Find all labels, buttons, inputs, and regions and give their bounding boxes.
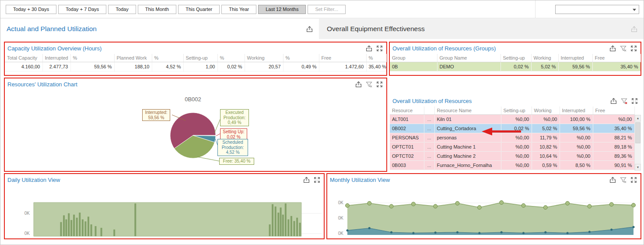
column-header-group[interactable]: Group bbox=[390, 54, 437, 62]
column-header-blank[interactable]: % bbox=[152, 54, 183, 62]
column-header-blank[interactable] bbox=[424, 107, 434, 115]
cell[interactable]: ... bbox=[424, 115, 434, 124]
monthly-working-marker[interactable] bbox=[610, 229, 612, 231]
column-header-setting-up[interactable]: Setting-up bbox=[183, 54, 217, 62]
column-header-resource-name[interactable]: Resource Name bbox=[434, 107, 501, 115]
toolbar-button-today-30-days[interactable]: Today + 30 Days bbox=[6, 5, 56, 14]
column-header-blank[interactable]: % bbox=[283, 54, 319, 62]
filter-icon[interactable] bbox=[620, 45, 626, 52]
table-row-alt001[interactable]: ALT001...Kiln 01%0,00%0,00100,00 %%0,00 bbox=[390, 115, 634, 124]
column-header-setting-up[interactable]: Setting-up bbox=[501, 107, 532, 115]
export-icon[interactable] bbox=[610, 98, 617, 104]
column-header-planned-work[interactable]: Planned Work bbox=[114, 54, 152, 62]
monthly-working-marker[interactable] bbox=[522, 232, 525, 234]
monthly-working-marker[interactable] bbox=[412, 232, 414, 234]
filter-icon[interactable] bbox=[620, 177, 626, 183]
monthly-working-marker[interactable] bbox=[368, 227, 371, 229]
monthly-capacity-marker[interactable] bbox=[368, 201, 371, 205]
column-header-free[interactable]: Free bbox=[593, 107, 634, 115]
expand-icon[interactable] bbox=[630, 177, 637, 183]
toolbar-button-set-filter[interactable]: Set Filter... bbox=[308, 5, 346, 14]
monthly-working-marker[interactable] bbox=[456, 231, 458, 234]
export-icon[interactable] bbox=[306, 26, 313, 32]
filter-icon[interactable] bbox=[366, 81, 372, 88]
monthly-capacity-marker[interactable] bbox=[477, 206, 481, 209]
monthly-capacity-marker[interactable] bbox=[632, 203, 636, 207]
expand-icon[interactable] bbox=[631, 98, 638, 104]
cell[interactable]: ... bbox=[424, 152, 434, 161]
expand-icon[interactable] bbox=[376, 81, 383, 88]
cell[interactable]: ... bbox=[424, 133, 434, 142]
monthly-working-marker[interactable] bbox=[633, 226, 635, 228]
monthly-working-marker[interactable] bbox=[478, 232, 480, 234]
export-icon[interactable] bbox=[366, 45, 372, 52]
table-row-personas[interactable]: PERSONAS...personas%0,0011,79 %%0,0088,2… bbox=[390, 133, 634, 142]
table-row-optct01[interactable]: OPTCT01...Cutting Machine 1%0,0010,82 %%… bbox=[390, 142, 634, 152]
monthly-capacity-marker[interactable] bbox=[522, 203, 525, 207]
toolbar-button-today-7-days[interactable]: Today + 7 Days bbox=[58, 5, 106, 14]
column-header-interrupted[interactable]: Interrupted bbox=[560, 107, 593, 115]
toolbar-button-today[interactable]: Today bbox=[108, 5, 136, 14]
monthly-capacity-marker[interactable] bbox=[588, 204, 592, 208]
column-header-interrupted[interactable]: Interrupted bbox=[42, 54, 70, 62]
monthly-capacity-marker[interactable] bbox=[566, 201, 570, 205]
monthly-working-marker[interactable] bbox=[500, 231, 503, 234]
export-icon[interactable] bbox=[355, 81, 362, 88]
monthly-capacity-marker[interactable] bbox=[346, 203, 350, 207]
toolbar-button-this-month[interactable]: This Month bbox=[138, 5, 176, 14]
column-header-blank[interactable]: % bbox=[217, 54, 245, 62]
column-header-free[interactable]: Free bbox=[319, 54, 366, 62]
column-header-total-capacity[interactable]: Total Capacity bbox=[5, 54, 42, 62]
scroll-up-icon[interactable]: ▲ bbox=[635, 115, 641, 121]
clear-filter-icon[interactable] bbox=[621, 98, 627, 104]
column-header-free[interactable]: Free bbox=[592, 54, 640, 62]
monthly-capacity-marker[interactable] bbox=[434, 204, 438, 208]
export-icon[interactable] bbox=[303, 177, 310, 183]
monthly-capacity-marker[interactable] bbox=[543, 206, 547, 209]
vertical-scrollbar[interactable]: ▲ ▼ bbox=[634, 115, 641, 170]
monthly-working-marker[interactable] bbox=[434, 231, 437, 234]
monthly-working-marker[interactable] bbox=[390, 231, 392, 234]
monthly-capacity-marker[interactable] bbox=[389, 204, 393, 208]
table-row-4-160-00[interactable]: 4.160,002.477,7359,56 %188,104,52 %1,000… bbox=[5, 62, 386, 71]
column-header-working[interactable]: Working bbox=[531, 54, 558, 62]
monthly-capacity-marker[interactable] bbox=[609, 202, 613, 206]
toolbar-button-this-year[interactable]: This Year bbox=[221, 5, 256, 14]
column-header-setting-up[interactable]: Setting-up bbox=[500, 54, 531, 62]
table-row-0b002[interactable]: 0B002...Cutting_Cortadora0,02 %5,02 %59,… bbox=[390, 124, 634, 133]
cell[interactable]: ... bbox=[424, 142, 434, 152]
toolbar-button-last-12-months[interactable]: Last 12 Months bbox=[258, 5, 306, 14]
export-icon[interactable] bbox=[609, 177, 616, 183]
expand-icon[interactable] bbox=[376, 45, 383, 52]
column-header-working[interactable]: Working bbox=[532, 107, 560, 115]
column-header-group-name[interactable]: Group Name bbox=[437, 54, 500, 62]
table-row-optct02[interactable]: OPTCT02...Cutting Machine 2%0,0010,64 %%… bbox=[390, 152, 634, 161]
monthly-capacity-marker[interactable] bbox=[455, 201, 459, 205]
monthly-working-marker[interactable] bbox=[544, 231, 546, 234]
cell[interactable]: ... bbox=[424, 124, 434, 133]
tab-actual-and-planned-utilization[interactable]: Actual and Planned Utilization bbox=[0, 19, 319, 39]
column-header-blank[interactable]: % bbox=[70, 54, 114, 62]
monthly-working-marker[interactable] bbox=[588, 231, 591, 233]
scrollbar-thumb[interactable] bbox=[635, 122, 640, 143]
tab-overall-equipment-effectiveness[interactable]: Overall Equipment Effectiveness bbox=[319, 19, 644, 39]
dashboard-dropdown[interactable] bbox=[555, 5, 639, 14]
column-header-blank[interactable]: % bbox=[366, 54, 386, 62]
table-row-0b003[interactable]: 0B003...Furnace_Horno_Fornalha%0,000,59 … bbox=[390, 161, 634, 170]
column-header-working[interactable]: Working bbox=[245, 54, 283, 62]
monthly-capacity-marker[interactable] bbox=[500, 201, 504, 205]
monthly-capacity-marker[interactable] bbox=[411, 202, 415, 206]
export-icon[interactable] bbox=[631, 26, 637, 32]
column-header-interrupted[interactable]: Interrupted bbox=[558, 54, 592, 62]
scrollbar-track[interactable] bbox=[635, 121, 641, 164]
monthly-working-marker[interactable] bbox=[346, 229, 349, 231]
scroll-down-icon[interactable]: ▼ bbox=[635, 164, 641, 170]
table-row-0b[interactable]: 0BDEMO0,02 %5,02 %59,56 %35,40 % bbox=[390, 62, 640, 71]
expand-icon[interactable] bbox=[314, 177, 320, 183]
expand-icon[interactable] bbox=[630, 45, 637, 52]
toolbar-button-this-quarter[interactable]: This Quarter bbox=[178, 5, 220, 14]
column-header-resource[interactable]: Resource bbox=[390, 107, 424, 115]
export-icon[interactable] bbox=[609, 45, 616, 52]
monthly-working-marker[interactable] bbox=[567, 232, 569, 234]
cell[interactable]: ... bbox=[424, 161, 434, 170]
